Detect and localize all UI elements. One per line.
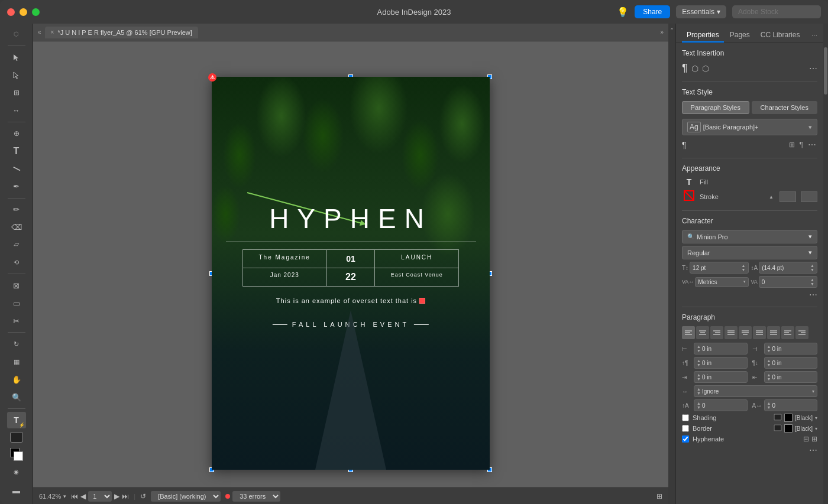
drop-cap-chars-stepper[interactable]: ▲ ▼ — [767, 401, 771, 409]
close-button[interactable] — [7, 8, 15, 16]
collapse-right-panel-button[interactable]: » — [668, 24, 675, 31]
apply-mode-buttons[interactable]: ◉ — [7, 464, 26, 480]
leading-input[interactable]: (14.4 pt) ▲ ▼ — [759, 262, 817, 274]
align-justify-last-center-button[interactable] — [739, 326, 752, 339]
stroke-style-swatch[interactable] — [801, 191, 817, 202]
space-before-up[interactable]: ▲ — [697, 359, 701, 363]
tracking-select[interactable]: Metrics ▾ — [695, 277, 748, 287]
preview-mode-toggle[interactable] — [10, 432, 23, 443]
line-tool[interactable]: ∖ — [4, 156, 28, 181]
space-after-input[interactable]: ▲ ▼ 0 in — [764, 357, 818, 369]
font-style-dropdown[interactable]: Regular ▾ — [682, 246, 817, 259]
hyphenate-checkbox[interactable] — [682, 435, 689, 443]
first-indent-stepper[interactable]: ▲ ▼ — [697, 373, 701, 381]
rectangle-tool[interactable]: ▭ — [7, 295, 26, 311]
minimize-button[interactable] — [20, 8, 27, 16]
font-size-stepper[interactable]: ▲ ▼ — [742, 264, 746, 272]
drop-cap-lines-input[interactable]: ▲ ▼ 0 — [694, 399, 748, 411]
tab-properties[interactable]: Properties — [682, 28, 724, 43]
kerning-down[interactable]: ▼ — [810, 282, 814, 286]
drop-cap-chars-down[interactable]: ▼ — [767, 405, 771, 409]
bulb-icon[interactable]: 💡 — [617, 6, 629, 18]
right-panel-scrollbar[interactable] — [823, 24, 828, 504]
tab-pages[interactable]: Pages — [725, 28, 755, 43]
document-tab[interactable]: × *J U N I P E R flyer_A5 @ 61% [GPU Pre… — [45, 27, 198, 38]
leading-up[interactable]: ▲ — [810, 264, 814, 268]
type-on-path-tool[interactable]: T ⚡ — [7, 412, 26, 428]
rotate-tool[interactable]: ↻ — [7, 336, 26, 352]
rotate-view-icon[interactable]: ↺ — [140, 492, 146, 500]
adobe-stock-search[interactable] — [732, 5, 821, 18]
last-indent-input[interactable]: ▲ ▼ 0 in — [764, 371, 818, 383]
text-flow-icon2[interactable]: ⬡ — [702, 64, 709, 73]
border-color-control[interactable]: [Black] ▾ — [774, 424, 817, 433]
zoom-dropdown-arrow[interactable]: ▾ — [63, 493, 66, 499]
space-after-up[interactable]: ▲ — [767, 359, 771, 363]
first-indent-input[interactable]: ▲ ▼ 0 in — [694, 371, 748, 383]
page-tool[interactable]: ⊞ — [7, 84, 26, 101]
ignore-up[interactable]: ▲ — [697, 387, 701, 391]
ignore-dropdown-arrow[interactable]: ▾ — [812, 389, 814, 394]
hyphenate-settings-icon-1[interactable]: ⊟ — [803, 435, 809, 443]
tabs-collapse-left[interactable]: « — [38, 29, 41, 35]
panel-collapse-button[interactable]: ⋯ — [811, 32, 817, 39]
tab-close-button[interactable]: × — [51, 29, 54, 35]
space-before-stepper[interactable]: ▲ ▼ — [697, 359, 701, 367]
left-indent-down[interactable]: ▼ — [697, 349, 701, 353]
last-indent-stepper[interactable]: ▲ ▼ — [767, 373, 771, 381]
text-insertion-more[interactable]: ⋯ — [809, 64, 817, 73]
align-justify-all-button[interactable] — [767, 326, 780, 339]
fill-stroke-widget[interactable] — [7, 446, 26, 463]
errors-count-select[interactable]: 33 errors — [232, 491, 280, 502]
border-checkbox[interactable] — [682, 425, 689, 432]
kerning-up[interactable]: ▲ — [810, 278, 814, 282]
last-page-button[interactable]: ⏭ — [122, 492, 129, 500]
gradient-tool[interactable]: ▦ — [7, 353, 26, 370]
hand-tool[interactable]: ✋ — [7, 371, 26, 388]
align-away-spine-button[interactable] — [795, 326, 808, 339]
next-page-button[interactable]: ▶ — [114, 492, 119, 500]
right-panel-scrollbar-thumb[interactable] — [824, 47, 827, 95]
space-before-down[interactable]: ▼ — [697, 363, 701, 367]
document-canvas[interactable]: ⚠ H — [212, 77, 490, 470]
space-after-stepper[interactable]: ▲ ▼ — [767, 359, 771, 367]
gap-tool[interactable]: ↔ — [7, 102, 26, 119]
free-transform-tool[interactable]: ⟲ — [7, 254, 26, 271]
kerning-stepper[interactable]: ▲ ▼ — [810, 278, 814, 286]
first-page-button[interactable]: ⏮ — [71, 492, 78, 500]
preflight-style-select[interactable]: [Basic] (working) — [151, 491, 221, 502]
scissors-tool[interactable]: ✂ — [7, 313, 26, 329]
page-number-select[interactable]: 1 — [88, 491, 112, 502]
align-justify-button[interactable] — [724, 326, 738, 339]
stroke-up-arrow[interactable]: ▲ — [769, 194, 774, 200]
space-after-down[interactable]: ▼ — [767, 363, 771, 367]
share-button[interactable]: Share — [635, 5, 670, 18]
canvas-scroll[interactable]: ⚠ H — [33, 41, 668, 487]
leading-stepper[interactable]: ▲ ▼ — [810, 264, 814, 272]
left-indent-input[interactable]: ▲ ▼ 0 in — [694, 343, 748, 355]
last-indent-up[interactable]: ▲ — [767, 373, 771, 377]
font-family-dropdown[interactable]: 🔍 Minion Pro ▾ — [682, 230, 817, 243]
align-justify-last-right-button[interactable] — [753, 326, 766, 339]
right-indent-up[interactable]: ▲ — [767, 344, 771, 349]
align-right-button[interactable] — [710, 326, 723, 339]
left-indent-up[interactable]: ▲ — [697, 344, 701, 349]
border-color-arrow[interactable]: ▾ — [815, 426, 817, 431]
eraser-tool[interactable]: ⌫ — [7, 219, 26, 236]
text-flow-icon1[interactable]: ⬡ — [691, 64, 698, 73]
content-collector-tool[interactable]: ⊕ — [7, 125, 26, 142]
character-more-button[interactable]: ⋯ — [682, 290, 817, 300]
ignore-stepper[interactable]: ▲ ▼ — [697, 387, 701, 395]
right-indent-input[interactable]: ▲ ▼ 0 in — [764, 343, 818, 355]
collapse-left-icon[interactable]: ⬡ — [7, 26, 26, 43]
tab-cc-libraries[interactable]: CC Libraries — [756, 28, 805, 43]
selection-tool[interactable] — [7, 49, 26, 66]
shading-color-swatch[interactable] — [784, 414, 793, 422]
paragraph-more-button[interactable]: ⋯ — [682, 446, 817, 455]
font-size-input[interactable]: 12 pt ▲ ▼ — [690, 262, 748, 274]
align-left-button[interactable] — [682, 326, 695, 339]
paragraph-style-dropdown[interactable]: Ag [Basic Paragraph]+ ▾ — [682, 119, 817, 135]
left-indent-stepper[interactable]: ▲ ▼ — [697, 344, 701, 353]
pencil-tool[interactable]: ✏ — [7, 201, 26, 218]
kerning-input[interactable]: 0 ▲ ▼ — [759, 276, 817, 288]
